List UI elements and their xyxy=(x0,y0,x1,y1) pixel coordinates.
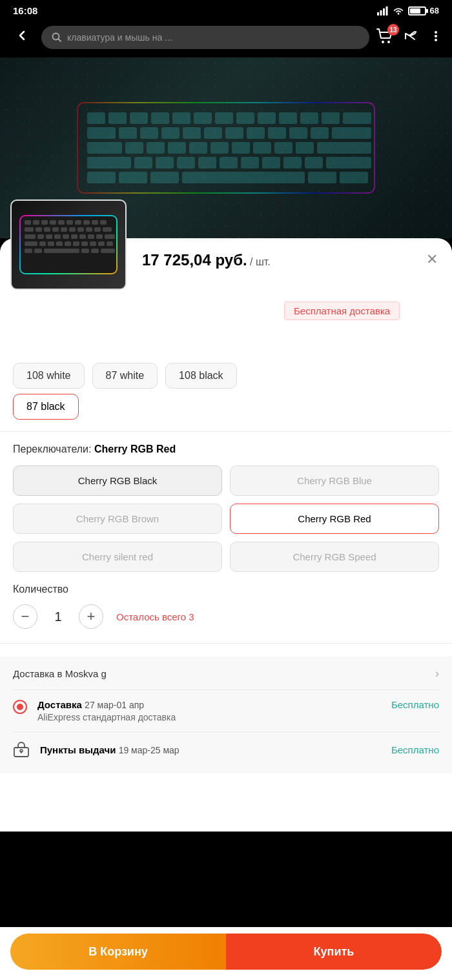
svg-rect-39 xyxy=(147,142,165,154)
nav-bar: клавиатура и мышь на ... 13 xyxy=(0,20,452,57)
switch-cherry-silent-red[interactable]: Cherry silent red xyxy=(13,542,222,572)
quantity-decrease[interactable]: − xyxy=(13,604,37,629)
cart-badge: 13 xyxy=(387,24,399,36)
svg-rect-52 xyxy=(198,157,216,168)
spacer xyxy=(0,773,452,832)
signal-icon xyxy=(377,6,389,15)
svg-point-9 xyxy=(435,35,437,37)
svg-rect-59 xyxy=(87,172,116,183)
variant-87-black[interactable]: 87 black xyxy=(13,394,79,420)
svg-rect-47 xyxy=(317,142,371,154)
variant-87-white[interactable]: 87 white xyxy=(92,363,158,389)
svg-rect-73 xyxy=(75,220,81,225)
svg-rect-112 xyxy=(101,249,115,253)
svg-rect-55 xyxy=(262,157,280,168)
svg-rect-94 xyxy=(88,234,94,239)
svg-rect-18 xyxy=(215,112,233,124)
variant-row: 108 white 87 white 108 black xyxy=(13,363,439,389)
svg-rect-51 xyxy=(177,157,195,168)
svg-rect-49 xyxy=(134,157,152,168)
delivery-title: Доставка 27 мар-01 апр xyxy=(37,699,381,710)
close-button[interactable]: ✕ xyxy=(425,251,439,268)
switches-section: Переключатели: Cherry RGB Red Cherry RGB… xyxy=(0,444,452,572)
pickup-price-free: Бесплатно xyxy=(391,744,439,755)
svg-rect-110 xyxy=(81,249,89,253)
delivery-info: Доставка 27 мар-01 апр AliExpress станда… xyxy=(37,699,381,722)
svg-rect-0 xyxy=(377,12,379,15)
svg-rect-78 xyxy=(36,227,42,232)
svg-rect-101 xyxy=(65,241,71,246)
svg-rect-99 xyxy=(48,241,54,246)
svg-rect-22 xyxy=(300,112,318,124)
delivery-standard: Доставка 27 мар-01 апр AliExpress станда… xyxy=(13,690,439,732)
svg-rect-80 xyxy=(52,227,59,232)
svg-rect-60 xyxy=(119,172,147,183)
svg-rect-62 xyxy=(182,172,305,183)
search-icon xyxy=(52,32,62,43)
svg-rect-3 xyxy=(385,6,387,15)
svg-rect-81 xyxy=(61,227,67,232)
svg-rect-35 xyxy=(311,127,329,139)
svg-rect-41 xyxy=(189,142,207,154)
svg-rect-83 xyxy=(77,227,84,232)
buy-now-button[interactable]: Купить xyxy=(226,934,442,970)
more-button[interactable] xyxy=(429,29,443,46)
back-button[interactable] xyxy=(9,25,35,50)
variant-108-white[interactable]: 108 white xyxy=(13,363,85,389)
quantity-increase[interactable]: + xyxy=(79,604,103,629)
svg-rect-53 xyxy=(220,157,238,168)
quantity-row: − 1 + Осталось всего 3 xyxy=(13,604,439,629)
svg-rect-104 xyxy=(90,241,96,246)
svg-rect-26 xyxy=(119,127,137,139)
cart-button[interactable]: 13 xyxy=(376,28,394,47)
share-button[interactable] xyxy=(403,28,420,46)
divider-1 xyxy=(0,431,452,432)
delivery-city: Доставка в Moskva g xyxy=(13,668,107,679)
svg-rect-31 xyxy=(225,127,243,139)
free-delivery-badge: Бесплатная доставка xyxy=(284,301,400,320)
svg-rect-14 xyxy=(130,112,148,124)
svg-rect-103 xyxy=(81,241,88,246)
variant-108-black[interactable]: 108 black xyxy=(165,363,237,389)
svg-rect-63 xyxy=(308,172,336,183)
svg-rect-34 xyxy=(289,127,307,139)
svg-rect-96 xyxy=(105,234,115,239)
svg-rect-44 xyxy=(253,142,271,154)
delivery-section: Доставка в Moskva g › Доставка 27 мар-01… xyxy=(0,657,452,773)
divider-2 xyxy=(0,643,452,644)
svg-rect-88 xyxy=(37,234,44,239)
radio-selected-icon[interactable] xyxy=(13,700,27,714)
svg-point-6 xyxy=(382,41,384,43)
svg-rect-16 xyxy=(172,112,190,124)
svg-rect-20 xyxy=(258,112,276,124)
svg-rect-85 xyxy=(94,227,101,232)
delivery-city-row[interactable]: Доставка в Moskva g › xyxy=(13,667,439,690)
svg-rect-61 xyxy=(150,172,179,183)
svg-rect-40 xyxy=(168,142,186,154)
svg-rect-105 xyxy=(98,241,105,246)
svg-rect-87 xyxy=(25,234,36,239)
svg-rect-30 xyxy=(204,127,222,139)
svg-rect-76 xyxy=(100,220,107,225)
svg-rect-21 xyxy=(279,112,297,124)
switch-cherry-rgb-red[interactable]: Cherry RGB Red xyxy=(230,504,439,534)
svg-rect-91 xyxy=(63,234,69,239)
add-to-cart-button[interactable]: В Корзину xyxy=(10,934,226,970)
switch-cherry-rgb-speed[interactable]: Cherry RGB Speed xyxy=(230,542,439,572)
svg-rect-82 xyxy=(69,227,76,232)
svg-rect-25 xyxy=(87,127,116,139)
svg-rect-109 xyxy=(44,249,79,253)
wifi-icon xyxy=(393,6,404,15)
switch-cherry-rgb-black[interactable]: Cherry RGB Black xyxy=(13,465,222,496)
switch-cherry-rgb-blue[interactable]: Cherry RGB Blue xyxy=(230,465,439,496)
switch-cherry-rgb-brown[interactable]: Cherry RGB Brown xyxy=(13,504,222,534)
battery-icon xyxy=(408,6,426,15)
quantity-remaining: Осталось всего 3 xyxy=(116,611,194,622)
svg-rect-19 xyxy=(236,112,254,124)
search-bar[interactable]: клавиатура и мышь на ... xyxy=(41,26,369,49)
svg-rect-111 xyxy=(91,249,99,253)
svg-rect-32 xyxy=(247,127,265,139)
svg-rect-50 xyxy=(156,157,174,168)
variant-row-2: 87 black xyxy=(13,394,439,420)
svg-rect-93 xyxy=(79,234,86,239)
